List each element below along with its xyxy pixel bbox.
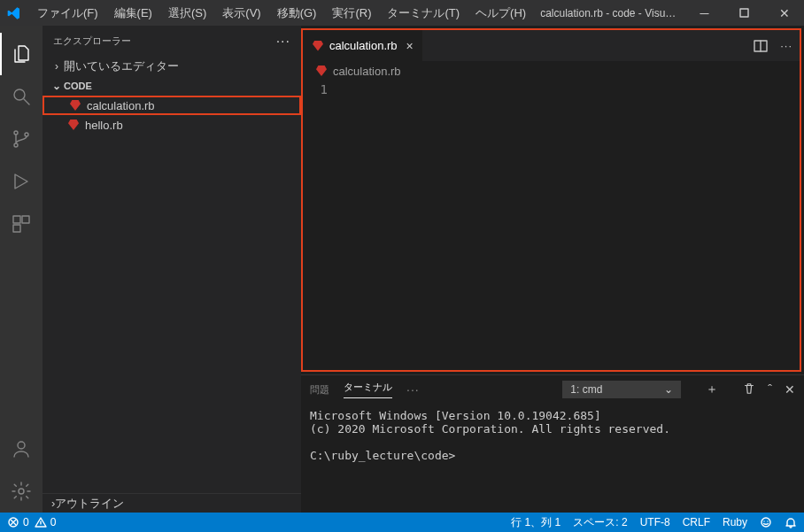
breadcrumb[interactable]: calculation.rb bbox=[303, 61, 800, 81]
ruby-file-icon bbox=[67, 119, 80, 131]
editor-area: calculation.rb × ··· calculation.rb 1 bbox=[301, 28, 801, 372]
breadcrumb-file: calculation.rb bbox=[333, 65, 401, 78]
svg-point-1 bbox=[14, 89, 25, 100]
status-notifications[interactable] bbox=[785, 516, 797, 528]
status-indent[interactable]: スペース: 2 bbox=[573, 515, 627, 530]
panel-maximize-button[interactable]: ˆ bbox=[768, 382, 772, 397]
search-icon bbox=[11, 86, 32, 107]
menu-file[interactable]: ファイル(F) bbox=[30, 2, 105, 25]
menu-go[interactable]: 移動(G) bbox=[270, 2, 324, 25]
status-errors-count: 0 bbox=[23, 516, 29, 528]
line-gutter: 1 bbox=[303, 81, 338, 370]
menu-run[interactable]: 実行(R) bbox=[325, 2, 378, 25]
activity-run-debug[interactable] bbox=[0, 160, 43, 203]
tab-close-button[interactable]: × bbox=[406, 39, 414, 53]
explorer-title: エクスプローラー bbox=[53, 35, 131, 48]
explorer-sidebar: エクスプローラー ··· › 開いているエディター ⌄ CODE calcula… bbox=[43, 26, 301, 513]
file-name: calculation.rb bbox=[87, 99, 155, 112]
menu-terminal[interactable]: ターミナル(T) bbox=[380, 2, 467, 25]
editor-tab-bar: calculation.rb × ··· bbox=[303, 30, 800, 61]
trash-icon bbox=[743, 382, 755, 395]
activity-explorer[interactable] bbox=[0, 33, 43, 75]
svg-point-19 bbox=[761, 518, 770, 527]
svg-point-20 bbox=[763, 520, 764, 521]
terminal-selector-label: 1: cmd bbox=[570, 383, 602, 396]
activity-extensions[interactable] bbox=[0, 203, 43, 245]
bell-icon bbox=[785, 516, 797, 528]
status-eol[interactable]: CRLF bbox=[683, 516, 710, 528]
status-warnings-count: 0 bbox=[50, 516, 57, 528]
bottom-panel: 問題 ターミナル ··· 1: cmd ⌄ ＋ ˆ ✕ Mi bbox=[301, 374, 804, 513]
activity-settings[interactable] bbox=[0, 470, 43, 513]
chevron-right-icon: › bbox=[51, 60, 62, 73]
ruby-file-icon bbox=[312, 40, 324, 52]
feedback-icon bbox=[760, 516, 772, 528]
svg-rect-8 bbox=[13, 225, 20, 232]
status-feedback[interactable] bbox=[760, 516, 772, 528]
activity-bar bbox=[0, 26, 43, 513]
file-item-hello[interactable]: hello.rb bbox=[43, 115, 301, 135]
panel-close-button[interactable]: ✕ bbox=[785, 382, 795, 397]
gear-icon bbox=[11, 481, 32, 502]
editor-tab-calculation[interactable]: calculation.rb × bbox=[303, 30, 423, 61]
file-name: hello.rb bbox=[85, 119, 123, 132]
extensions-icon bbox=[11, 213, 32, 235]
terminal-line: Microsoft Windows [Version 10.0.19042.68… bbox=[310, 409, 601, 422]
window-maximize-button[interactable] bbox=[724, 0, 764, 26]
file-item-calculation[interactable]: calculation.rb bbox=[43, 96, 301, 115]
svg-rect-6 bbox=[13, 216, 20, 223]
tab-label: calculation.rb bbox=[329, 39, 398, 52]
status-errors[interactable]: 0 bbox=[7, 516, 29, 528]
workspace-root[interactable]: ⌄ CODE bbox=[43, 76, 301, 96]
panel-tab-overflow[interactable]: ··· bbox=[406, 382, 420, 397]
editor-more-actions[interactable]: ··· bbox=[780, 39, 792, 52]
menu-edit[interactable]: 編集(E) bbox=[107, 2, 159, 25]
split-editor-icon[interactable] bbox=[754, 39, 768, 53]
window-title: calculation.rb - code - Visual Studio C.… bbox=[533, 7, 684, 19]
status-warnings[interactable]: 0 bbox=[35, 516, 57, 528]
panel-tab-terminal[interactable]: ターミナル bbox=[344, 381, 392, 398]
activity-source-control[interactable] bbox=[0, 118, 43, 160]
ruby-file-icon bbox=[315, 65, 328, 77]
terminal-body[interactable]: Microsoft Windows [Version 10.0.19042.68… bbox=[301, 404, 804, 513]
open-editors-section[interactable]: › 開いているエディター bbox=[43, 57, 301, 76]
menu-select[interactable]: 選択(S) bbox=[161, 2, 213, 25]
code-editor[interactable]: 1 bbox=[303, 81, 800, 370]
terminal-kill-button[interactable] bbox=[743, 382, 755, 397]
svg-point-9 bbox=[18, 442, 25, 449]
title-bar: ファイル(F) 編集(E) 選択(S) 表示(V) 移動(G) 実行(R) ター… bbox=[0, 0, 804, 26]
panel-tab-problems[interactable]: 問題 bbox=[310, 383, 329, 397]
status-encoding[interactable]: UTF-8 bbox=[640, 516, 670, 528]
svg-rect-7 bbox=[22, 216, 29, 223]
activity-search[interactable] bbox=[0, 75, 43, 118]
outline-label: アウトライン bbox=[55, 496, 124, 512]
explorer-actions-button[interactable]: ··· bbox=[276, 34, 290, 50]
ruby-file-icon bbox=[69, 99, 81, 112]
svg-point-10 bbox=[19, 489, 24, 494]
terminal-new-button[interactable]: ＋ bbox=[706, 382, 718, 397]
window-minimize-button[interactable]: ─ bbox=[684, 0, 724, 26]
status-language[interactable]: Ruby bbox=[723, 516, 747, 528]
terminal-line: (c) 2020 Microsoft Corporation. All righ… bbox=[310, 422, 670, 436]
menu-help[interactable]: ヘルプ(H) bbox=[468, 2, 533, 25]
menu-view[interactable]: 表示(V) bbox=[215, 2, 267, 25]
vscode-logo-icon bbox=[7, 6, 21, 20]
open-editors-label: 開いているエディター bbox=[64, 58, 179, 74]
chevron-down-icon: ⌄ bbox=[51, 80, 62, 92]
terminal-prompt: C:\ruby_lecture\code> bbox=[310, 449, 455, 462]
window-close-button[interactable]: ✕ bbox=[764, 0, 804, 26]
terminal-selector[interactable]: 1: cmd ⌄ bbox=[562, 381, 681, 398]
svg-line-2 bbox=[24, 99, 29, 104]
branch-icon bbox=[11, 128, 32, 150]
outline-section[interactable]: › アウトライン bbox=[43, 493, 301, 513]
svg-rect-0 bbox=[740, 9, 748, 17]
account-icon bbox=[11, 438, 32, 459]
menu-bar: ファイル(F) 編集(E) 選択(S) 表示(V) 移動(G) 実行(R) ター… bbox=[30, 2, 533, 25]
status-line-col[interactable]: 行 1、列 1 bbox=[511, 515, 560, 530]
error-icon bbox=[7, 516, 19, 528]
workspace-label: CODE bbox=[64, 81, 92, 91]
svg-point-21 bbox=[767, 520, 768, 521]
files-icon bbox=[12, 43, 33, 65]
status-bar: 0 0 行 1、列 1 スペース: 2 UTF-8 CRLF Ruby bbox=[0, 513, 804, 532]
activity-accounts[interactable] bbox=[0, 428, 43, 470]
